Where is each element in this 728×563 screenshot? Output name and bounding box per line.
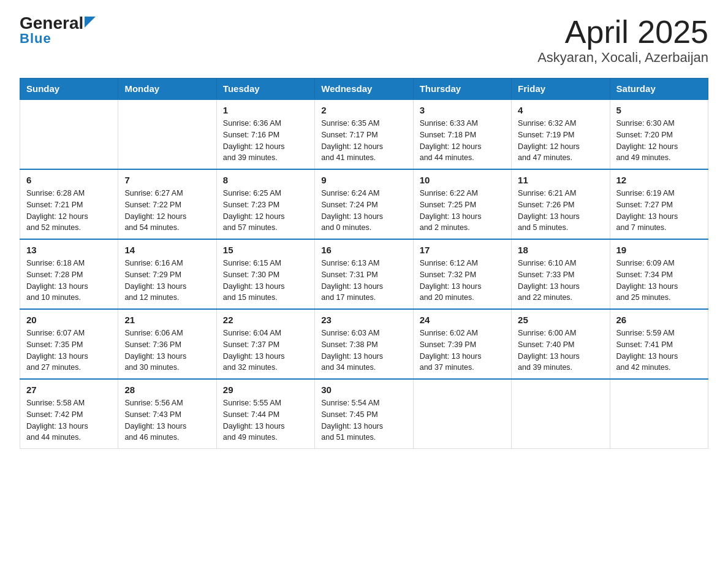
calendar-header: SundayMondayTuesdayWednesdayThursdayFrid…: [20, 79, 708, 100]
day-info: Sunrise: 6:09 AMSunset: 7:34 PMDaylight:…: [616, 258, 702, 304]
day-info: Sunrise: 6:13 AMSunset: 7:31 PMDaylight:…: [321, 258, 406, 304]
page-subtitle: Askyaran, Xocali, Azerbaijan: [537, 50, 708, 66]
day-info: Sunrise: 6:07 AMSunset: 7:35 PMDaylight:…: [26, 327, 112, 373]
day-number: 11: [518, 175, 603, 185]
day-number: 13: [26, 245, 112, 255]
day-number: 4: [518, 105, 603, 115]
weekday-header-saturday: Saturday: [610, 79, 708, 100]
day-number: 16: [321, 245, 406, 255]
calendar-cell: 5Sunrise: 6:30 AMSunset: 7:20 PMDaylight…: [610, 99, 708, 169]
day-info: Sunrise: 6:10 AMSunset: 7:33 PMDaylight:…: [518, 258, 603, 304]
calendar-cell: 14Sunrise: 6:16 AMSunset: 7:29 PMDayligh…: [118, 239, 216, 309]
calendar-cell: [118, 99, 216, 169]
day-info: Sunrise: 6:28 AMSunset: 7:21 PMDaylight:…: [26, 188, 112, 234]
day-number: 24: [420, 315, 505, 325]
calendar-cell: 12Sunrise: 6:19 AMSunset: 7:27 PMDayligh…: [610, 169, 708, 239]
day-info: Sunrise: 6:36 AMSunset: 7:16 PMDaylight:…: [223, 118, 308, 164]
weekday-header-friday: Friday: [512, 79, 610, 100]
weekday-header-thursday: Thursday: [413, 79, 511, 100]
day-info: Sunrise: 6:21 AMSunset: 7:26 PMDaylight:…: [518, 188, 603, 234]
day-info: Sunrise: 6:12 AMSunset: 7:32 PMDaylight:…: [420, 258, 505, 304]
day-info: Sunrise: 6:32 AMSunset: 7:19 PMDaylight:…: [518, 118, 603, 164]
weekday-header-sunday: Sunday: [20, 79, 118, 100]
weekday-header-tuesday: Tuesday: [216, 79, 314, 100]
day-number: 27: [26, 385, 112, 395]
calendar-cell: [512, 379, 610, 449]
calendar-cell: 28Sunrise: 5:56 AMSunset: 7:43 PMDayligh…: [118, 379, 216, 449]
day-number: 22: [223, 315, 308, 325]
day-info: Sunrise: 5:58 AMSunset: 7:42 PMDaylight:…: [26, 397, 112, 443]
weekday-header-row: SundayMondayTuesdayWednesdayThursdayFrid…: [20, 79, 708, 100]
svg-marker-0: [85, 17, 96, 28]
calendar-table: SundayMondayTuesdayWednesdayThursdayFrid…: [20, 78, 708, 449]
calendar-cell: 3Sunrise: 6:33 AMSunset: 7:18 PMDaylight…: [413, 99, 511, 169]
day-info: Sunrise: 5:59 AMSunset: 7:41 PMDaylight:…: [616, 327, 702, 373]
day-number: 20: [26, 315, 112, 325]
day-info: Sunrise: 6:24 AMSunset: 7:24 PMDaylight:…: [321, 188, 406, 234]
day-number: 21: [124, 315, 210, 325]
day-number: 12: [616, 175, 702, 185]
calendar-cell: 26Sunrise: 5:59 AMSunset: 7:41 PMDayligh…: [610, 309, 708, 379]
day-number: 10: [420, 175, 505, 185]
logo-general-text: General: [20, 15, 83, 32]
calendar-cell: 15Sunrise: 6:15 AMSunset: 7:30 PMDayligh…: [216, 239, 314, 309]
calendar-cell: 2Sunrise: 6:35 AMSunset: 7:17 PMDaylight…: [315, 99, 413, 169]
calendar-cell: 10Sunrise: 6:22 AMSunset: 7:25 PMDayligh…: [413, 169, 511, 239]
calendar-cell: 25Sunrise: 6:00 AMSunset: 7:40 PMDayligh…: [512, 309, 610, 379]
day-info: Sunrise: 6:30 AMSunset: 7:20 PMDaylight:…: [616, 118, 702, 164]
day-number: 23: [321, 315, 406, 325]
calendar-cell: 27Sunrise: 5:58 AMSunset: 7:42 PMDayligh…: [20, 379, 118, 449]
day-number: 1: [223, 105, 308, 115]
day-number: 2: [321, 105, 406, 115]
calendar-week-row: 1Sunrise: 6:36 AMSunset: 7:16 PMDaylight…: [20, 99, 708, 169]
calendar-cell: 11Sunrise: 6:21 AMSunset: 7:26 PMDayligh…: [512, 169, 610, 239]
calendar-cell: 22Sunrise: 6:04 AMSunset: 7:37 PMDayligh…: [216, 309, 314, 379]
day-number: 7: [124, 175, 210, 185]
day-info: Sunrise: 6:16 AMSunset: 7:29 PMDaylight:…: [124, 258, 210, 304]
calendar-cell: 7Sunrise: 6:27 AMSunset: 7:22 PMDaylight…: [118, 169, 216, 239]
day-number: 18: [518, 245, 603, 255]
day-info: Sunrise: 6:15 AMSunset: 7:30 PMDaylight:…: [223, 258, 308, 304]
day-info: Sunrise: 6:35 AMSunset: 7:17 PMDaylight:…: [321, 118, 406, 164]
calendar-week-row: 13Sunrise: 6:18 AMSunset: 7:28 PMDayligh…: [20, 239, 708, 309]
day-number: 17: [420, 245, 505, 255]
calendar-cell: 18Sunrise: 6:10 AMSunset: 7:33 PMDayligh…: [512, 239, 610, 309]
day-number: 5: [616, 105, 702, 115]
day-number: 25: [518, 315, 603, 325]
day-info: Sunrise: 6:33 AMSunset: 7:18 PMDaylight:…: [420, 118, 505, 164]
calendar-cell: 20Sunrise: 6:07 AMSunset: 7:35 PMDayligh…: [20, 309, 118, 379]
day-info: Sunrise: 6:04 AMSunset: 7:37 PMDaylight:…: [223, 327, 308, 373]
calendar-cell: [20, 99, 118, 169]
day-info: Sunrise: 6:19 AMSunset: 7:27 PMDaylight:…: [616, 188, 702, 234]
day-number: 6: [26, 175, 112, 185]
logo-triangle-icon: [85, 17, 98, 30]
page-title: April 2025: [537, 15, 708, 50]
calendar-cell: 9Sunrise: 6:24 AMSunset: 7:24 PMDaylight…: [315, 169, 413, 239]
calendar-cell: 17Sunrise: 6:12 AMSunset: 7:32 PMDayligh…: [413, 239, 511, 309]
logo: General Blue: [20, 15, 98, 47]
title-block: April 2025 Askyaran, Xocali, Azerbaijan: [537, 15, 708, 66]
day-number: 15: [223, 245, 308, 255]
day-number: 9: [321, 175, 406, 185]
day-info: Sunrise: 6:06 AMSunset: 7:36 PMDaylight:…: [124, 327, 210, 373]
calendar-cell: 8Sunrise: 6:25 AMSunset: 7:23 PMDaylight…: [216, 169, 314, 239]
calendar-cell: 29Sunrise: 5:55 AMSunset: 7:44 PMDayligh…: [216, 379, 314, 449]
day-number: 29: [223, 385, 308, 395]
day-info: Sunrise: 5:54 AMSunset: 7:45 PMDaylight:…: [321, 397, 406, 443]
day-number: 8: [223, 175, 308, 185]
calendar-cell: [413, 379, 511, 449]
calendar-cell: 6Sunrise: 6:28 AMSunset: 7:21 PMDaylight…: [20, 169, 118, 239]
calendar-week-row: 20Sunrise: 6:07 AMSunset: 7:35 PMDayligh…: [20, 309, 708, 379]
calendar-cell: 23Sunrise: 6:03 AMSunset: 7:38 PMDayligh…: [315, 309, 413, 379]
day-info: Sunrise: 6:25 AMSunset: 7:23 PMDaylight:…: [223, 188, 308, 234]
day-number: 3: [420, 105, 505, 115]
calendar-cell: 4Sunrise: 6:32 AMSunset: 7:19 PMDaylight…: [512, 99, 610, 169]
day-info: Sunrise: 6:22 AMSunset: 7:25 PMDaylight:…: [420, 188, 505, 234]
calendar-cell: 24Sunrise: 6:02 AMSunset: 7:39 PMDayligh…: [413, 309, 511, 379]
calendar-cell: 30Sunrise: 5:54 AMSunset: 7:45 PMDayligh…: [315, 379, 413, 449]
day-info: Sunrise: 6:27 AMSunset: 7:22 PMDaylight:…: [124, 188, 210, 234]
day-info: Sunrise: 5:56 AMSunset: 7:43 PMDaylight:…: [124, 397, 210, 443]
calendar-week-row: 6Sunrise: 6:28 AMSunset: 7:21 PMDaylight…: [20, 169, 708, 239]
calendar-cell: 21Sunrise: 6:06 AMSunset: 7:36 PMDayligh…: [118, 309, 216, 379]
calendar-cell: 13Sunrise: 6:18 AMSunset: 7:28 PMDayligh…: [20, 239, 118, 309]
